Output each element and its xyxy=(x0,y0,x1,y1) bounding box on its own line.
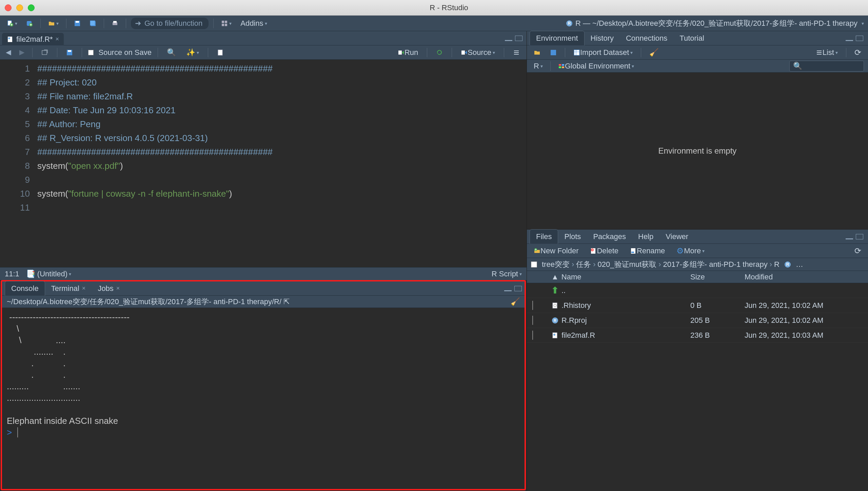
popout-icon[interactable]: ⇱ xyxy=(283,297,290,306)
find-button[interactable]: 🔍 xyxy=(164,47,179,58)
rename-button[interactable]: Rename xyxy=(627,246,668,256)
print-button[interactable] xyxy=(109,19,121,28)
breadcrumb-item[interactable]: 2017-多组学- anti-PD-1 therapy xyxy=(663,259,768,270)
tab-jobs[interactable]: Jobs× xyxy=(92,281,126,296)
sort-by-size[interactable]: Size xyxy=(685,273,739,281)
breadcrumb-item[interactable]: 020_验证mut获取 xyxy=(598,259,657,270)
window-titlebar: R - RStudio xyxy=(0,0,868,16)
breadcrumb-item[interactable]: tree突变 xyxy=(542,259,570,270)
file-checkbox[interactable] xyxy=(532,331,533,340)
select-all-checkbox[interactable] xyxy=(531,261,537,268)
sort-by-name[interactable]: ▲Name xyxy=(546,273,685,281)
save-button[interactable] xyxy=(71,19,83,28)
maximize-pane-button[interactable] xyxy=(515,36,522,41)
svg-rect-20 xyxy=(68,50,71,52)
breadcrumb-item[interactable]: 任务 xyxy=(576,259,591,270)
file-tab[interactable]: file2maf.R* × xyxy=(2,33,64,46)
svg-rect-24 xyxy=(551,50,556,55)
file-checkbox[interactable] xyxy=(532,301,533,310)
refresh-files-button[interactable]: ⟳ xyxy=(852,245,864,257)
more-path-button[interactable]: … xyxy=(796,260,803,269)
clear-console-button[interactable]: 🧹 xyxy=(511,297,520,306)
svg-text:R: R xyxy=(786,262,789,267)
load-workspace-button[interactable] xyxy=(531,48,543,57)
env-search-input[interactable]: 🔍 xyxy=(789,61,864,72)
source-button[interactable]: Source▾ xyxy=(458,47,498,58)
tab-history[interactable]: History xyxy=(585,31,620,45)
file-row[interactable]: file2maf.R 236 B Jun 29, 2021, 10:03 AM xyxy=(527,328,868,343)
outline-button[interactable] xyxy=(510,48,522,57)
save-workspace-button[interactable] xyxy=(547,48,559,57)
source-on-save-checkbox[interactable] xyxy=(88,50,94,55)
breadcrumb-item[interactable]: R xyxy=(774,260,780,269)
close-icon[interactable]: × xyxy=(116,285,120,292)
file-row[interactable]: .Rhistory 0 B Jun 29, 2021, 10:02 AM xyxy=(527,298,868,313)
file-list: ⬆.. .Rhistory 0 B Jun 29, 2021, 10:02 AM… xyxy=(527,283,868,491)
delete-button[interactable]: Delete xyxy=(587,246,621,256)
maximize-pane-button[interactable] xyxy=(856,234,863,239)
minimize-pane-button[interactable] xyxy=(505,36,512,41)
tab-packages[interactable]: Packages xyxy=(587,230,632,244)
sort-by-modified[interactable]: Modified xyxy=(739,273,868,281)
maximize-pane-button[interactable] xyxy=(514,286,522,291)
more-button[interactable]: ⚙More▾ xyxy=(674,245,707,257)
file-row[interactable]: RR.Rproj 205 B Jun 29, 2021, 10:02 AM xyxy=(527,313,868,328)
minimize-window-button[interactable] xyxy=(16,4,23,11)
outline-icon[interactable]: 📑 xyxy=(26,270,35,278)
addins-menu[interactable]: Addins▾ xyxy=(238,18,270,29)
file-type-selector[interactable]: R Script xyxy=(492,270,518,278)
goto-file-input[interactable]: ➜ Go to file/function xyxy=(131,18,209,29)
tab-files[interactable]: Files xyxy=(530,229,558,244)
minimize-pane-button[interactable] xyxy=(846,234,853,239)
separator xyxy=(104,19,104,28)
tab-tutorial[interactable]: Tutorial xyxy=(673,31,710,45)
nav-back-button[interactable]: ◄ xyxy=(4,47,13,58)
clear-env-button[interactable]: 🧹 xyxy=(647,47,661,58)
svg-rect-12 xyxy=(222,24,224,26)
traffic-lights xyxy=(5,4,35,11)
close-icon[interactable]: × xyxy=(82,285,86,292)
nav-forward-button[interactable]: ► xyxy=(18,47,26,58)
console-output[interactable]: ----------------------------------------… xyxy=(2,308,525,489)
save-file-button[interactable] xyxy=(63,48,76,57)
new-folder-button[interactable]: New Folder xyxy=(531,246,581,256)
project-selector[interactable]: R R — ~/Desktop/A.biotree突变/任务/020_验证mut… xyxy=(566,18,864,28)
svg-text:R: R xyxy=(568,21,571,26)
tab-connections[interactable]: Connections xyxy=(620,31,673,45)
tab-viewer[interactable]: Viewer xyxy=(659,230,694,244)
grid-button[interactable]: ▾ xyxy=(218,19,234,28)
tab-help[interactable]: Help xyxy=(632,230,659,244)
maximize-pane-button[interactable] xyxy=(856,36,863,41)
save-all-button[interactable] xyxy=(87,19,99,28)
view-mode-button[interactable]: List▾ xyxy=(813,47,841,58)
new-project-button[interactable] xyxy=(23,19,36,28)
global-env-selector[interactable]: Global Environment▾ xyxy=(555,61,637,72)
import-dataset-button[interactable]: Import Dataset▾ xyxy=(571,47,635,58)
tab-terminal[interactable]: Terminal× xyxy=(45,281,92,296)
tab-environment[interactable]: Environment xyxy=(530,31,585,45)
parent-dir-row[interactable]: ⬆.. xyxy=(527,283,868,298)
close-window-button[interactable] xyxy=(5,4,12,11)
tab-plots[interactable]: Plots xyxy=(558,230,587,244)
code-editor[interactable]: 1234567891011 ##########################… xyxy=(0,60,527,267)
open-file-button[interactable]: ▾ xyxy=(45,19,61,28)
minimize-pane-button[interactable] xyxy=(504,286,512,291)
compile-report-button[interactable] xyxy=(214,48,226,57)
rproject-icon: R xyxy=(784,261,791,268)
minimize-pane-button[interactable] xyxy=(846,36,853,41)
new-file-button[interactable]: ▾ xyxy=(4,19,20,28)
show-in-new-window-button[interactable] xyxy=(39,48,51,57)
console-working-dir[interactable]: ~/Desktop/A.biotree突变/任务/020_验证mut获取/201… xyxy=(7,297,281,307)
rerun-button[interactable] xyxy=(433,48,446,57)
svg-rect-27 xyxy=(562,64,564,66)
env-scope-selector[interactable]: R▾ xyxy=(531,61,546,72)
editor-content[interactable]: ########################################… xyxy=(37,60,527,267)
code-tools-button[interactable]: ✨▾ xyxy=(183,47,202,58)
status-file-label[interactable]: (Untitled) xyxy=(37,270,67,278)
refresh-env-button[interactable]: ⟳ xyxy=(852,47,864,58)
close-tab-button[interactable]: × xyxy=(56,36,59,43)
zoom-window-button[interactable] xyxy=(28,4,35,11)
tab-console[interactable]: Console xyxy=(5,281,45,296)
file-checkbox[interactable] xyxy=(532,316,533,325)
run-button[interactable]: Run xyxy=(395,47,421,58)
